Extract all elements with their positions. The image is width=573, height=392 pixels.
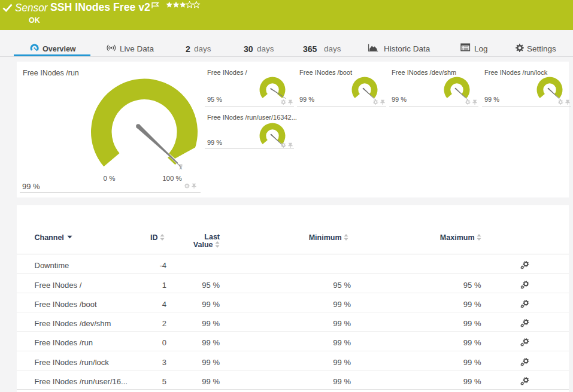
svg-text:x: x (180, 164, 183, 171)
